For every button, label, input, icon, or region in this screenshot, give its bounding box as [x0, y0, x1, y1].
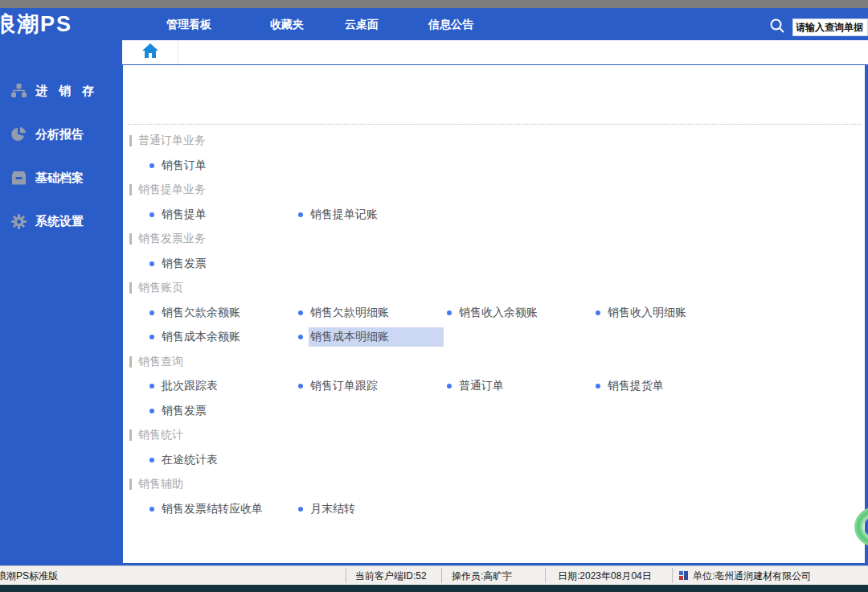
- sidebar-item-label: 基础档案: [35, 171, 84, 186]
- menu-item[interactable]: 批次跟踪表: [149, 374, 298, 399]
- menu-item-label: 销售发票结转应收单: [162, 502, 263, 516]
- section-bar: [129, 135, 132, 146]
- menu-item[interactable]: 月末结转: [298, 497, 447, 522]
- section-bar: [129, 233, 132, 245]
- menu-item[interactable]: 销售收入余额账: [447, 301, 596, 326]
- bullet-icon: [298, 507, 303, 512]
- gear-icon: [10, 212, 27, 230]
- menu-item-label: 销售订单: [162, 158, 207, 173]
- bullet-icon: [149, 212, 154, 217]
- bullet-icon: [596, 384, 600, 388]
- bullet-icon: [149, 163, 154, 168]
- menu-item[interactable]: 普通订单: [447, 374, 596, 399]
- sidebar-item-inventory[interactable]: 进 销 存: [10, 79, 122, 103]
- bullet-icon: [149, 384, 154, 388]
- home-icon: [141, 43, 159, 62]
- pie-chart-icon: [10, 125, 27, 143]
- menu-item[interactable]: 销售欠款明细账: [298, 301, 447, 326]
- search-input[interactable]: [792, 18, 868, 36]
- menu-item[interactable]: 销售成本余额账: [149, 325, 298, 350]
- sidebar-item-base-archives[interactable]: 基础档案: [10, 166, 122, 190]
- sidebar-item-label: 分析报告: [35, 127, 84, 142]
- menu-item-label: 月末结转: [310, 502, 355, 516]
- bullet-icon: [447, 384, 452, 388]
- menu-item[interactable]: 销售订单: [149, 154, 298, 179]
- sidebar-item-system-settings[interactable]: 系统设置: [10, 209, 122, 233]
- section-title-label: 销售查询: [138, 355, 183, 369]
- menu-item[interactable]: 在途统计表: [149, 448, 298, 473]
- bullet-icon: [298, 310, 303, 315]
- menu-section-title: 销售辅助: [123, 472, 862, 497]
- section-bar: [129, 282, 132, 294]
- menu-item-label: 销售收入明细账: [608, 306, 686, 320]
- nav-dashboard[interactable]: 管理看板: [166, 8, 211, 40]
- status-operator: 操作员:高旷宇: [452, 569, 512, 583]
- section-bar: [129, 479, 132, 490]
- menu-item-label: 销售发票: [162, 404, 207, 418]
- nav-announcements[interactable]: 信息公告: [428, 8, 473, 40]
- menu-item-label: 销售成本明细账: [309, 327, 444, 347]
- menu-item-label: 销售收入余额账: [459, 306, 538, 320]
- bullet-icon: [149, 458, 154, 462]
- sitemap-icon: [10, 82, 27, 100]
- menu-item[interactable]: 销售成本明细账: [298, 325, 447, 350]
- dotted-separator: [128, 124, 861, 125]
- menu-item[interactable]: 销售提货单: [596, 374, 744, 399]
- search-icon[interactable]: [769, 18, 785, 37]
- menu-item[interactable]: 销售发票: [149, 252, 298, 277]
- menu-item[interactable]: 销售收入明细账: [596, 301, 744, 326]
- tab-bar: [122, 40, 868, 65]
- status-separator: [672, 568, 673, 583]
- nav-favorites[interactable]: 收藏夹: [270, 8, 304, 40]
- section-title-label: 普通订单业务: [138, 134, 206, 148]
- company-icon: [679, 571, 689, 581]
- bullet-icon: [298, 384, 303, 388]
- sidebar: 进 销 存 分析报告 基础档案: [0, 40, 122, 565]
- sidebar-item-analysis-reports[interactable]: 分析报告: [10, 122, 122, 146]
- menu-item-label: 销售欠款明细账: [310, 306, 389, 320]
- menu-item-label: 销售提单: [162, 208, 207, 222]
- bullet-icon: [149, 335, 154, 339]
- menu-section-items: 销售提单销售提单记账: [123, 203, 862, 228]
- menu-item-label: 销售订单跟踪: [310, 379, 378, 393]
- section-bar: [129, 184, 132, 195]
- menu-item-label: 销售欠款余额账: [162, 306, 240, 320]
- menu-item-label: 普通订单: [459, 379, 504, 393]
- section-bar: [129, 356, 132, 368]
- menu-item[interactable]: 销售提单记账: [298, 203, 447, 228]
- section-title-label: 销售账页: [138, 281, 183, 295]
- menu-section-items: 在途统计表: [123, 448, 862, 473]
- menu-section-title: 销售统计: [123, 423, 862, 448]
- bullet-icon: [447, 310, 452, 315]
- menu-item[interactable]: 销售欠款余额账: [149, 301, 298, 326]
- menu-item-label: 销售提货单: [608, 379, 664, 393]
- status-date: 日期:2023年08月04日: [558, 569, 652, 583]
- menu-item-label: 在途统计表: [162, 453, 218, 467]
- sidebar-item-label: 进 销 存: [35, 84, 98, 99]
- section-bar: [129, 430, 132, 441]
- bullet-icon: [149, 507, 154, 512]
- bottom-dark-strip: [0, 585, 868, 592]
- nav-cloud-desktop[interactable]: 云桌面: [345, 8, 379, 40]
- status-company: 单位:亳州通润建材有限公司: [693, 569, 811, 583]
- bullet-icon: [298, 212, 303, 217]
- menu-item[interactable]: 销售提单: [149, 203, 298, 228]
- menu-section-items: 销售订单: [123, 154, 862, 179]
- archive-box-icon: [10, 169, 27, 187]
- menu-section-items: 批次跟踪表销售订单跟踪普通订单销售提货单销售发票: [123, 374, 862, 423]
- sidebar-item-label: 系统设置: [35, 214, 84, 229]
- status-client-id: 当前客户端ID:52: [355, 569, 427, 583]
- section-title-label: 销售辅助: [138, 477, 183, 491]
- menu-item[interactable]: 销售发票结转应收单: [149, 497, 298, 522]
- bullet-icon: [149, 310, 154, 315]
- status-product-edition: 浪潮PS标准版: [0, 569, 58, 583]
- tab-home[interactable]: [122, 40, 178, 64]
- app-logo: 浪潮PS: [0, 10, 72, 39]
- bullet-icon: [596, 310, 600, 315]
- menu-item[interactable]: 销售发票: [149, 399, 298, 424]
- menu-section-items: 销售发票结转应收单月末结转: [123, 497, 862, 522]
- menu-item[interactable]: 销售订单跟踪: [298, 374, 447, 399]
- menu-item-label: 批次跟踪表: [162, 379, 218, 393]
- menu-section-title: 销售查询: [123, 350, 862, 375]
- menu-section-title: 销售账页: [123, 276, 862, 301]
